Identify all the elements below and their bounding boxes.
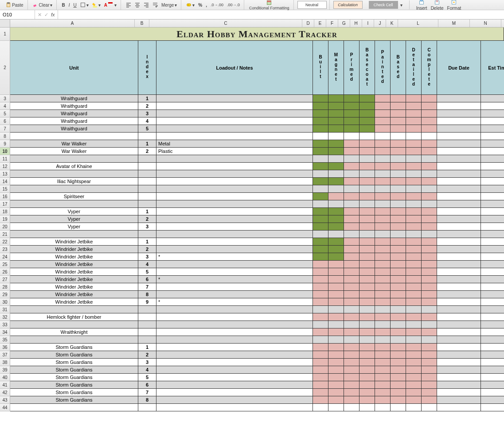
cell[interactable] [328, 389, 344, 396]
decrease-decimal-button[interactable]: .00→.0 [226, 2, 241, 8]
cell[interactable] [406, 404, 422, 411]
cell[interactable] [313, 381, 328, 389]
cell[interactable] [138, 178, 156, 185]
rowhead[interactable]: 22 [0, 238, 10, 246]
rowhead[interactable]: 9 [0, 140, 10, 148]
cell[interactable] [313, 110, 328, 117]
cell[interactable] [375, 223, 391, 231]
rowhead[interactable]: 38 [0, 359, 10, 366]
cell[interactable] [437, 283, 481, 291]
cell[interactable] [344, 389, 359, 396]
cell[interactable] [359, 163, 375, 170]
cell[interactable] [313, 276, 328, 283]
cell[interactable] [422, 336, 437, 344]
cell[interactable] [156, 321, 313, 328]
cell[interactable] [375, 238, 391, 246]
cell[interactable] [328, 117, 344, 125]
cell[interactable]: Storm Guardians [10, 381, 138, 389]
cell[interactable] [344, 95, 359, 102]
colhead-B[interactable]: B [135, 20, 149, 27]
format-button[interactable]: Format [446, 0, 463, 11]
cell[interactable] [344, 336, 359, 344]
cell[interactable]: Iliac Nightspear [10, 178, 138, 185]
cell[interactable] [481, 321, 504, 328]
cell[interactable] [406, 193, 422, 200]
cell[interactable] [344, 102, 359, 110]
cell[interactable] [391, 223, 406, 231]
cell[interactable]: Storm Guardians [10, 344, 138, 351]
cell[interactable] [313, 231, 328, 238]
cell[interactable] [328, 374, 344, 381]
cell[interactable] [481, 163, 504, 170]
name-box[interactable]: O10 [0, 10, 35, 19]
cell[interactable] [437, 381, 481, 389]
colhead-F[interactable]: F [326, 20, 338, 27]
cell[interactable] [391, 351, 406, 359]
cell[interactable] [313, 306, 328, 313]
cell[interactable] [138, 200, 156, 208]
cell[interactable] [406, 155, 422, 163]
cell[interactable] [344, 238, 359, 246]
italic-button[interactable]: I [67, 2, 71, 8]
cell[interactable] [375, 359, 391, 366]
cell[interactable] [313, 163, 328, 170]
cell[interactable] [481, 125, 504, 133]
cell[interactable] [406, 336, 422, 344]
cell[interactable] [359, 178, 375, 185]
cell[interactable] [344, 185, 359, 193]
cell[interactable] [313, 321, 328, 328]
cell[interactable] [391, 321, 406, 328]
cell[interactable] [359, 246, 375, 253]
cell[interactable] [391, 246, 406, 253]
cell[interactable] [406, 110, 422, 117]
cell[interactable] [406, 200, 422, 208]
cell[interactable] [313, 208, 328, 215]
cell[interactable] [406, 344, 422, 351]
rowhead[interactable]: 29 [0, 291, 10, 298]
cell[interactable] [313, 117, 328, 125]
cell[interactable] [328, 223, 344, 231]
cell[interactable] [328, 185, 344, 193]
cell[interactable]: Storm Guardians [10, 374, 138, 381]
cell[interactable] [328, 178, 344, 185]
cell[interactable] [375, 178, 391, 185]
cell[interactable] [156, 185, 313, 193]
header-cell[interactable]: Primed [344, 41, 359, 95]
cell[interactable] [437, 155, 481, 163]
cell[interactable]: Windrider Jetbike [10, 268, 138, 276]
cell[interactable] [344, 178, 359, 185]
cell[interactable] [437, 389, 481, 396]
cell[interactable] [359, 200, 375, 208]
cell[interactable] [313, 389, 328, 396]
wrap-text-button[interactable] [151, 2, 159, 8]
cell[interactable] [481, 117, 504, 125]
cell[interactable] [328, 193, 344, 200]
cell[interactable] [375, 261, 391, 268]
cell[interactable] [344, 133, 359, 140]
cell[interactable] [437, 298, 481, 306]
cell[interactable] [391, 208, 406, 215]
cell[interactable] [344, 381, 359, 389]
cell[interactable]: 5 [138, 125, 156, 133]
cell[interactable] [481, 381, 504, 389]
cell[interactable] [391, 148, 406, 155]
cell[interactable] [437, 185, 481, 193]
cell[interactable] [481, 185, 504, 193]
cell[interactable] [156, 366, 313, 374]
cell[interactable] [313, 328, 328, 336]
rowhead[interactable]: 23 [0, 246, 10, 253]
cell[interactable] [359, 374, 375, 381]
cell[interactable] [437, 125, 481, 133]
cell[interactable] [391, 238, 406, 246]
cell[interactable] [391, 298, 406, 306]
cell[interactable] [391, 396, 406, 404]
cell[interactable] [344, 328, 359, 336]
cell[interactable] [344, 404, 359, 411]
rowhead[interactable]: 6 [0, 117, 10, 125]
cell[interactable] [375, 344, 391, 351]
rowhead[interactable]: 25 [0, 261, 10, 268]
cell[interactable] [156, 133, 313, 140]
cell[interactable] [10, 155, 138, 163]
cell[interactable]: Wraithguard [10, 102, 138, 110]
cell[interactable] [422, 110, 437, 117]
